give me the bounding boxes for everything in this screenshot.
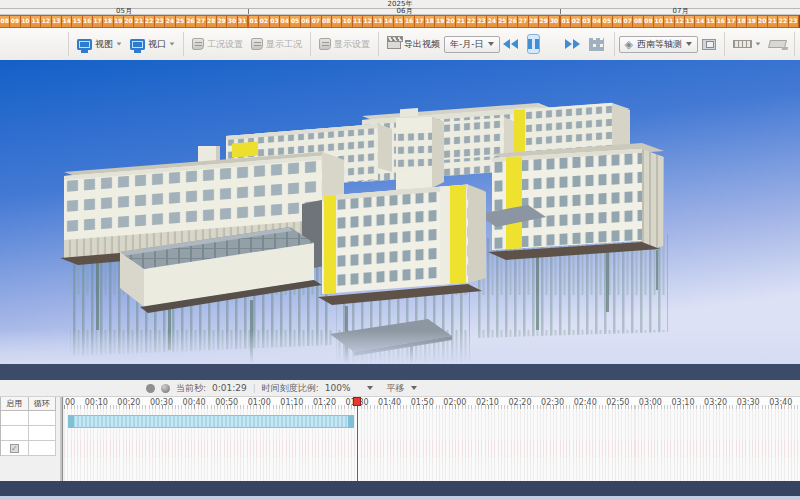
- animation-progress-bar[interactable]: [68, 415, 354, 428]
- chevron-down-icon: [488, 42, 494, 46]
- playhead-handle[interactable]: [353, 397, 361, 406]
- drag-tool-icon: [768, 40, 787, 48]
- ruler-icon: [733, 40, 752, 48]
- chevron-down-icon[interactable]: [367, 386, 373, 390]
- loop-cell[interactable]: [29, 426, 57, 441]
- calendar-month-may: 05月: [0, 9, 249, 14]
- calendar-days-july: 0102030405060708091011121314151617181920…: [561, 15, 800, 28]
- enable-column-header: 启用: [1, 397, 29, 411]
- calendar-days-june: 0102030405060708091011121314151617181920…: [249, 15, 561, 28]
- monitor-icon: [130, 39, 145, 50]
- rewind-icon: [503, 39, 510, 49]
- time-scale-value: 100%: [325, 383, 351, 393]
- snapshot-button[interactable]: [698, 36, 720, 53]
- calendar-day-cell[interactable]: 23: [788, 15, 799, 28]
- chevron-down-icon[interactable]: [411, 386, 417, 390]
- table-row: ✓: [1, 441, 56, 456]
- monitor-icon: [77, 39, 92, 50]
- measure-button[interactable]: [729, 37, 765, 51]
- fast-forward-icon: [565, 39, 572, 49]
- timeline-track-area[interactable]: [64, 409, 800, 481]
- chevron-down-icon[interactable]: [170, 42, 175, 45]
- display-settings-button: 显示设置: [315, 35, 374, 54]
- calendar-days-may: 0809101112131415161718192021222324252627…: [0, 15, 249, 28]
- timeline-track-row-2[interactable]: [64, 440, 800, 457]
- keyframes-button[interactable]: [589, 38, 604, 51]
- pause-button[interactable]: [527, 34, 540, 54]
- toolbar-separator: [794, 32, 795, 56]
- viewport-button-label: 视口: [148, 38, 166, 51]
- toolbar-separator: [310, 32, 311, 56]
- bottom-status-bar: [0, 481, 800, 496]
- toolbar-separator: [614, 32, 615, 56]
- show-work-condition-label: 显示工况: [266, 38, 302, 51]
- view-direction-value: 西南等轴测: [637, 38, 682, 51]
- rewind-button[interactable]: [500, 39, 521, 49]
- month-label: 06月: [397, 7, 413, 15]
- bim-simulation-window: 2025年 05月 06月 07月 0809101112131415161718…: [0, 0, 800, 500]
- export-video-button[interactable]: 导出视频: [383, 35, 444, 54]
- timeline-header-bar: [0, 364, 800, 380]
- date-format-dropdown[interactable]: 年-月-日: [444, 36, 500, 53]
- playhead-line: [357, 397, 358, 481]
- record-dot-icon[interactable]: [146, 384, 155, 393]
- fast-forward-icon: [573, 39, 580, 49]
- table-header-row: 启用 循环: [1, 397, 56, 411]
- divider: |: [253, 383, 256, 393]
- loop-cell[interactable]: [29, 411, 57, 426]
- display-settings-label: 显示设置: [334, 38, 370, 51]
- pause-icon: [528, 39, 532, 49]
- chevron-down-icon[interactable]: [756, 42, 761, 45]
- enable-cell[interactable]: [1, 426, 29, 441]
- drag-tool-button[interactable]: [765, 37, 790, 51]
- pan-mode-dropdown[interactable]: 平移: [387, 382, 405, 395]
- progress-end-handle[interactable]: [348, 415, 354, 428]
- enable-checkbox[interactable]: ✓: [10, 444, 19, 453]
- timeline-left-panel: 启用 循环 ✓: [0, 397, 60, 481]
- view-button[interactable]: 视图: [73, 35, 126, 54]
- toolbar-separator: [183, 32, 184, 56]
- table-row: [1, 426, 56, 441]
- enable-cell[interactable]: ✓: [1, 441, 29, 456]
- table-row: [1, 411, 56, 426]
- calendar-month-july: 07月: [561, 9, 800, 14]
- show-work-condition-button: 显示工况: [247, 35, 306, 54]
- pause-icon: [535, 39, 539, 49]
- current-seconds-label: 当前秒:: [176, 382, 206, 395]
- sphere-icon[interactable]: [161, 384, 170, 393]
- view-direction-dropdown[interactable]: ◈ 西南等轴测: [619, 36, 698, 53]
- work-condition-settings-label: 工况设置: [207, 38, 243, 51]
- calendar-day-cell[interactable]: 30: [548, 15, 559, 28]
- progress-start-handle[interactable]: [68, 415, 74, 428]
- track-options-table: 启用 循环 ✓: [0, 397, 56, 456]
- snapshot-icon: [702, 39, 716, 50]
- fast-forward-button[interactable]: [562, 39, 583, 49]
- rewind-icon: [511, 39, 518, 49]
- viewport-button[interactable]: 视口: [126, 35, 179, 54]
- toolbar-separator: [68, 32, 69, 56]
- bottom-edge-strip: [0, 496, 800, 500]
- timeline-controls: 当前秒: 0:01:29 | 时间刻度比例: 100% 平移: [0, 380, 800, 397]
- calendar-days-row[interactable]: 0809101112131415161718192021222324252627…: [0, 15, 800, 28]
- date-format-value: 年-月-日: [450, 38, 484, 51]
- chevron-down-icon[interactable]: [117, 42, 122, 45]
- export-video-label: 导出视频: [404, 38, 440, 51]
- document-icon: [251, 38, 263, 50]
- view-button-label: 视图: [95, 38, 113, 51]
- enable-cell[interactable]: [1, 411, 29, 426]
- month-label: 07月: [673, 7, 689, 15]
- document-icon: [192, 38, 204, 50]
- model-viewport-3d[interactable]: [0, 60, 800, 364]
- chevron-down-icon: [686, 42, 692, 46]
- toolbar-separator: [378, 32, 379, 56]
- building-model-render: [0, 60, 800, 364]
- clapperboard-icon: [387, 39, 401, 49]
- loop-cell[interactable]: [29, 441, 57, 456]
- isometric-cube-icon: ◈: [625, 39, 633, 50]
- loop-column-header: 循环: [29, 397, 57, 411]
- document-icon: [319, 38, 331, 50]
- panel-splitter[interactable]: [60, 397, 63, 481]
- calendar-day-cell[interactable]: 31: [237, 15, 248, 28]
- work-condition-settings-button: 工况设置: [188, 35, 247, 54]
- main-toolbar: 方案管理 视图 视口 工况设置 显示工况 显示设置 导出视频: [0, 28, 800, 61]
